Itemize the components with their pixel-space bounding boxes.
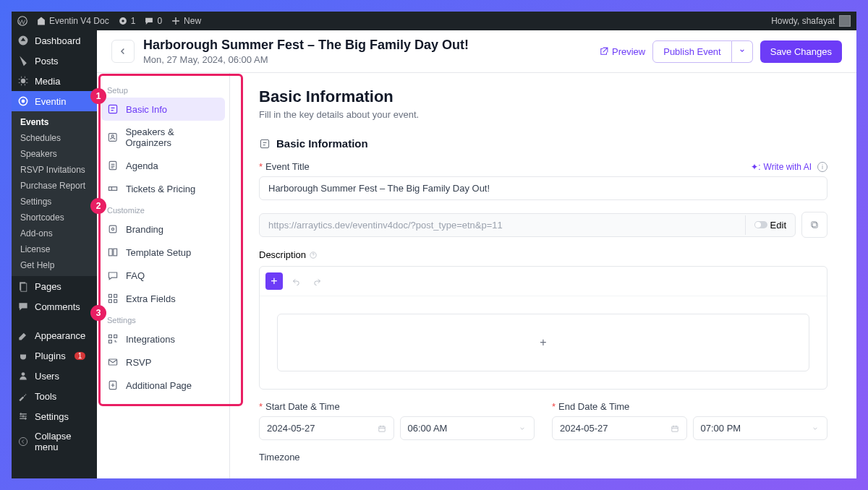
menu-collapse[interactable]: Collapse menu [12,426,97,457]
redo-button[interactable] [309,272,326,290]
comments-link[interactable]: 0 [144,16,162,26]
svg-rect-18 [109,300,111,303]
sub-speakers[interactable]: Speakers [12,146,97,162]
description-label: Description [259,249,306,260]
nav-branding[interactable]: Branding [97,218,229,241]
editor-add-block-button[interactable]: + [265,272,283,290]
nav-integrations[interactable]: Integrations [97,327,229,351]
end-date-input[interactable]: 2024-05-27 [552,416,687,440]
annotation-badge-1: 1 [90,88,106,104]
event-datetime: Mon, 27 May, 2024, 06:00 AM [143,54,469,65]
menu-eventin[interactable]: Eventin [12,91,97,111]
preview-button[interactable]: Preview [599,46,645,57]
svg-rect-11 [109,161,116,169]
write-with-ai-button[interactable]: ✦:Write with AI i [751,162,827,172]
menu-pages[interactable]: Pages [12,276,97,296]
setup-sidebar: Setup Basic Info Speakers & Orgainzers A… [97,73,230,478]
start-date-label: Start Date & Time [265,401,340,412]
svg-rect-30 [671,426,677,431]
svg-rect-16 [109,294,111,297]
menu-appearance[interactable]: Appearance [12,325,97,345]
menu-media[interactable]: Media [12,71,97,91]
menu-settings[interactable]: Settings [12,406,97,426]
sub-schedules[interactable]: Schedules [12,130,97,146]
sub-license[interactable]: License [12,241,97,257]
new-link[interactable]: New [171,16,201,26]
svg-point-6 [22,372,25,376]
chevron-down-icon [518,424,527,433]
content-area: Harborough Summer Fest – The Big Family … [97,30,856,478]
svg-rect-29 [378,426,384,431]
howdy-link[interactable]: Howdy, shafayat [771,15,851,27]
publish-dropdown-button[interactable] [732,40,753,63]
section-customize: Customize [97,200,229,218]
nav-speakers[interactable]: Speakers & Orgainzers [97,121,229,154]
sub-help[interactable]: Get Help [12,257,97,273]
nav-agenda[interactable]: Agenda [97,154,229,177]
menu-tools[interactable]: Tools [12,386,97,406]
nav-faq[interactable]: FAQ [97,264,229,287]
svg-rect-20 [109,335,111,338]
wp-sidebar: Dashboard Posts Media Eventin Events Sch… [12,30,97,478]
updates-link[interactable]: 1 [118,16,136,26]
calendar-icon [671,424,679,433]
timezone-label: Timezone [259,452,300,463]
event-title-input[interactable] [259,176,827,200]
publish-event-button[interactable]: Publish Event [652,40,732,63]
chevron-down-icon [811,424,820,433]
event-title: Harborough Summer Fest – The Big Family … [143,38,469,53]
nav-additional-page[interactable]: Additional Page [97,374,229,397]
section-setup: Setup [97,80,229,98]
event-header: Harborough Summer Fest – The Big Family … [97,30,856,73]
eventin-submenu: Events Schedules Speakers RSVP Invitatio… [12,111,97,276]
annotation-badge-3: 3 [90,305,106,321]
section-basic-info: Basic Information [259,137,827,150]
svg-point-1 [21,79,25,83]
copy-permalink-button[interactable] [801,212,827,238]
description-editor: + + [259,266,827,390]
save-changes-button[interactable]: Save Changes [760,40,842,63]
end-time-input[interactable]: 07:00 PM [693,416,828,440]
undo-button[interactable] [287,272,305,290]
app-frame: Eventin V4 Doc 1 0 New Howdy, shafayat D… [12,12,856,478]
sub-shortcodes[interactable]: Shortcodes [12,210,97,225]
svg-point-3 [22,100,25,103]
svg-rect-14 [109,249,112,256]
menu-dashboard[interactable]: Dashboard [12,30,97,51]
start-time-input[interactable]: 06:00 AM [400,416,535,440]
plugins-badge: 1 [75,352,86,360]
svg-point-13 [111,228,114,230]
menu-posts[interactable]: Posts [12,51,97,71]
back-button[interactable] [111,40,135,63]
edit-permalink-button[interactable]: Edit [745,215,795,235]
svg-point-7 [19,437,27,445]
form-area: Basic Information Fill in the key detail… [230,73,856,478]
sub-rsvp-inv[interactable]: RSVP Invitations [12,162,97,178]
svg-rect-19 [114,300,117,303]
nav-tickets[interactable]: Tickets & Pricing [97,177,229,200]
event-title-label: Event Title [265,161,310,172]
svg-rect-17 [114,294,117,297]
site-link[interactable]: Eventin V4 Doc [36,16,109,26]
nav-rsvp[interactable]: RSVP [97,351,229,374]
sub-settings[interactable]: Settings [12,194,97,210]
info-icon: i [817,162,827,172]
nav-template[interactable]: Template Setup [97,241,229,264]
svg-rect-25 [260,139,268,147]
wp-logo[interactable] [17,16,27,26]
start-date-input[interactable]: 2024-05-27 [259,416,394,440]
sub-events[interactable]: Events [12,114,97,130]
permalink-input [260,214,745,236]
menu-users[interactable]: Users [12,366,97,386]
page-title: Basic Information [259,87,827,106]
nav-basic-info[interactable]: Basic Info [101,98,225,121]
sub-purchase[interactable]: Purchase Report [12,178,97,194]
avatar-icon [839,15,851,27]
editor-add-area[interactable]: + [277,314,809,371]
menu-comments[interactable]: Comments [12,296,97,317]
wp-admin-bar: Eventin V4 Doc 1 0 New Howdy, shafayat [12,12,856,30]
help-icon [309,251,318,259]
nav-extra-fields[interactable]: Extra Fields [97,287,229,310]
menu-plugins[interactable]: Plugins1 [12,345,97,366]
sub-addons[interactable]: Add-ons [12,225,97,241]
